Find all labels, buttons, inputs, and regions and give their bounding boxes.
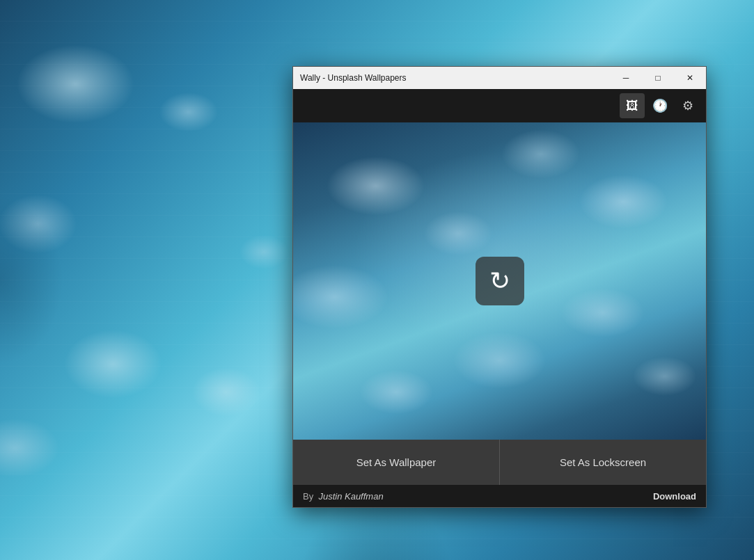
by-prefix: By [303, 491, 313, 502]
app-window: Wally - Unsplash Wallpapers ─ □ ✕ 🖼 🕐 ⚙ … [292, 66, 707, 508]
settings-icon: ⚙ [682, 98, 693, 113]
reload-icon: ↻ [489, 266, 510, 296]
history-button[interactable]: 🕐 [647, 93, 673, 118]
wallpaper-preview: ↻ [293, 122, 706, 440]
set-lockscreen-button[interactable]: Set As Lockscreen [500, 440, 706, 485]
author-credit: By Justin Kauffman [303, 491, 384, 502]
author-name: Justin Kauffman [318, 491, 383, 502]
close-button[interactable]: ✕ [674, 67, 706, 89]
download-button[interactable]: Download [653, 491, 696, 502]
action-bar: Set As Wallpaper Set As Lockscreen [293, 440, 706, 485]
status-bar: By Justin Kauffman Download [293, 485, 706, 507]
minimize-button[interactable]: ─ [610, 67, 642, 89]
set-wallpaper-button[interactable]: Set As Wallpaper [293, 440, 500, 485]
window-title: Wally - Unsplash Wallpapers [300, 73, 407, 83]
browse-button[interactable]: 🖼 [620, 93, 645, 118]
settings-button[interactable]: ⚙ [675, 93, 700, 118]
history-icon: 🕐 [652, 98, 668, 113]
title-bar: Wally - Unsplash Wallpapers ─ □ ✕ [293, 67, 706, 89]
reload-button[interactable]: ↻ [476, 257, 524, 305]
browse-icon: 🖼 [626, 99, 638, 113]
maximize-button[interactable]: □ [642, 67, 674, 89]
toolbar: 🖼 🕐 ⚙ [293, 89, 706, 122]
window-controls: ─ □ ✕ [610, 67, 706, 89]
